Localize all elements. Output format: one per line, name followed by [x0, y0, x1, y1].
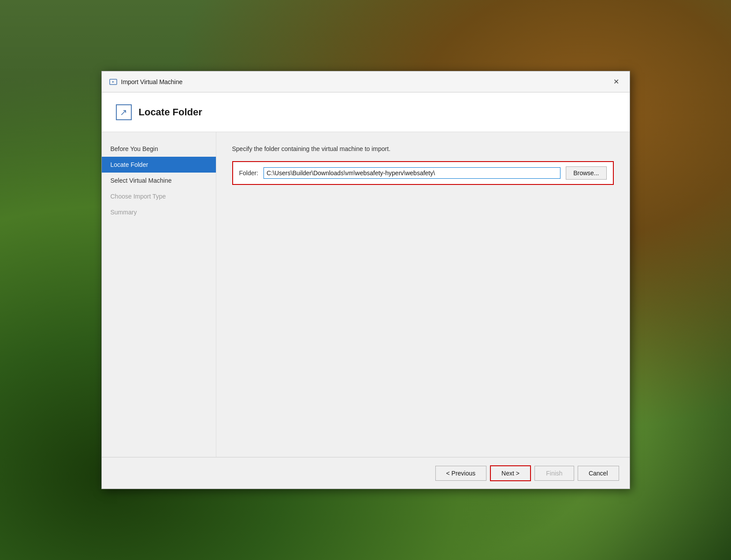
cancel-button[interactable]: Cancel — [578, 466, 619, 481]
title-bar: Import Virtual Machine ✕ — [102, 71, 630, 92]
sidebar: Before You Begin Locate Folder Select Vi… — [102, 132, 216, 457]
folder-label: Folder: — [239, 169, 259, 177]
sidebar-item-label: Select Virtual Machine — [111, 177, 172, 184]
header-icon: ↗ — [116, 104, 132, 120]
title-bar-left: Import Virtual Machine — [109, 77, 183, 86]
folder-input[interactable] — [263, 167, 560, 179]
page-title: Locate Folder — [139, 107, 202, 118]
dialog-title: Import Virtual Machine — [121, 78, 183, 85]
sidebar-item-select-virtual-machine[interactable]: Select Virtual Machine — [102, 173, 216, 188]
sidebar-item-label: Choose Import Type — [111, 193, 166, 200]
dialog-icon — [109, 77, 118, 86]
sidebar-item-label: Locate Folder — [111, 161, 148, 168]
sidebar-item-label: Summary — [111, 209, 137, 216]
sidebar-item-summary: Summary — [102, 204, 216, 220]
instruction-text: Specify the folder containing the virtua… — [232, 145, 614, 152]
previous-button[interactable]: < Previous — [435, 466, 487, 481]
sidebar-item-before-you-begin[interactable]: Before You Begin — [102, 141, 216, 157]
finish-button[interactable]: Finish — [534, 466, 574, 481]
sidebar-item-choose-import-type: Choose Import Type — [102, 188, 216, 204]
sidebar-item-locate-folder[interactable]: Locate Folder — [102, 157, 216, 173]
browse-button[interactable]: Browse... — [566, 166, 606, 180]
next-button[interactable]: Next > — [490, 465, 531, 481]
close-button[interactable]: ✕ — [610, 76, 623, 88]
footer: < Previous Next > Finish Cancel — [102, 457, 630, 489]
main-content: Specify the folder containing the virtua… — [216, 132, 630, 457]
import-virtual-machine-dialog: Import Virtual Machine ✕ ↗ Locate Folder… — [101, 71, 630, 489]
header-icon-symbol: ↗ — [120, 107, 127, 118]
folder-row: Folder: Browse... — [232, 161, 614, 185]
content-area: Before You Begin Locate Folder Select Vi… — [102, 132, 630, 457]
sidebar-item-label: Before You Begin — [111, 145, 158, 152]
header-section: ↗ Locate Folder — [102, 92, 630, 132]
